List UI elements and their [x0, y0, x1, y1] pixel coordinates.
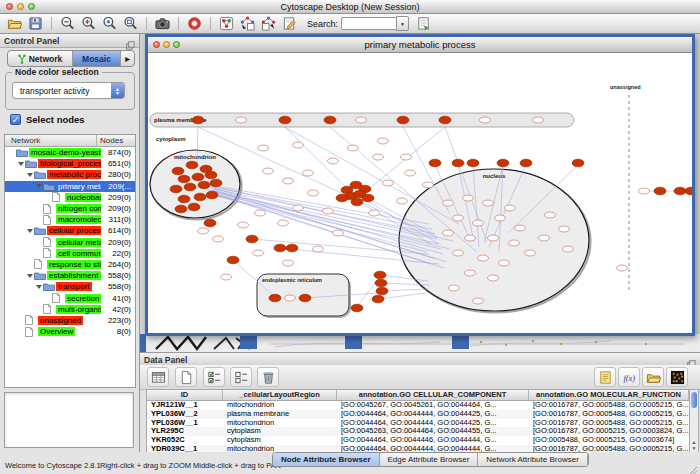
table-column-header[interactable]: annotation.GO MOLECULAR_FUNCTION: [529, 390, 689, 400]
tree-row-node-count: 614(0): [108, 226, 131, 235]
new-attribute-button[interactable]: [175, 367, 197, 387]
disclosure-triangle-icon[interactable]: [26, 173, 34, 177]
save-button[interactable]: [25, 15, 46, 33]
function-builder-button[interactable]: f(x): [618, 367, 640, 387]
tab-node-attribute-browser[interactable]: Node Attribute Browser: [273, 453, 380, 466]
tab-network-attribute-browser[interactable]: Network Attribute Browser: [478, 453, 587, 466]
tree-row[interactable]: unassigned223(0): [5, 315, 135, 326]
cytoscape-app: { "window": { "title": "Cytoscape Deskto…: [0, 0, 700, 474]
resize-grip[interactable]: [688, 462, 698, 472]
network-window-title-bar[interactable]: primary metabolic process: [148, 37, 692, 53]
float-panel-icon[interactable]: [126, 36, 135, 45]
tree-row[interactable]: Overview8(0): [5, 326, 135, 337]
table-row[interactable]: YJR121W__1mitochondrion[GO:0045267, GO:0…: [147, 401, 689, 410]
tree-row[interactable]: transport558(0): [5, 281, 135, 292]
scrollbar-arrows[interactable]: ▲▼: [690, 439, 698, 451]
toolbar-separator: [146, 17, 147, 30]
table-cell: YLR295C: [147, 427, 223, 436]
tree-row[interactable]: biological_process651(0): [5, 158, 135, 169]
network-canvas[interactable]: plasma membranecytoplasmmitochondrionnuc…: [148, 53, 692, 333]
tab-overflow-button[interactable]: ▶: [121, 51, 134, 66]
open-file-button[interactable]: [4, 15, 25, 33]
search-dropdown-button[interactable]: ▼: [396, 16, 409, 31]
help-lifesaver-icon: [187, 16, 202, 31]
import-network-icon: [240, 16, 255, 31]
tree-col-network[interactable]: Network: [11, 136, 40, 145]
network-tree-header[interactable]: Network Nodes: [5, 135, 135, 147]
tree-row[interactable]: primary metabolic process209(...: [5, 181, 135, 192]
file-icon: [25, 315, 38, 325]
table-row[interactable]: YLR295Ccytoplasm[GO:0045263, GO:0044464,…: [147, 427, 689, 436]
matrix-icon: [670, 370, 685, 385]
table-column-header[interactable]: annotation.GO CELLULAR_COMPONENT: [337, 390, 529, 400]
tree-row-node-count: 209(...: [108, 182, 131, 191]
search-config-button[interactable]: [413, 15, 434, 33]
disclosure-triangle-icon[interactable]: [35, 184, 43, 188]
tree-row[interactable]: establishment of locali558(0): [5, 270, 135, 281]
select-attributes-button[interactable]: [203, 367, 225, 387]
unselect-attributes-button[interactable]: [230, 367, 252, 387]
tree-row[interactable]: nitrogen compound met209(0): [5, 203, 135, 214]
zoom-fit-icon: [123, 16, 138, 31]
zoom-selected-button[interactable]: [99, 15, 120, 33]
tree-row[interactable]: cell communication22(0): [5, 248, 135, 259]
tree-row[interactable]: cellular process614(0): [5, 225, 135, 236]
table-column-header[interactable]: ID: [147, 390, 223, 400]
tab-mosaic[interactable]: Mosaic: [73, 51, 121, 66]
birds-eye-view[interactable]: [4, 392, 134, 448]
tree-row[interactable]: response to stimulus264(0): [5, 259, 135, 270]
tab-network-label: Network: [29, 54, 63, 64]
import-network-button[interactable]: [237, 15, 258, 33]
scrollbar-thumb[interactable]: [691, 392, 697, 408]
snapshot-camera-button[interactable]: [152, 15, 173, 33]
annotation-button[interactable]: [279, 15, 300, 33]
node-color-dropdown[interactable]: transporter activity ▲▼: [12, 82, 125, 99]
matrix-button[interactable]: [666, 367, 688, 387]
attribute-table-body: YJR121W__1mitochondrion[GO:0045267, GO:0…: [147, 401, 689, 454]
import-attributes-button[interactable]: [594, 367, 616, 387]
tree-col-divider[interactable]: [96, 135, 97, 146]
table-row[interactable]: YPL036W__1mitochondrion[GO:0044464, GO:0…: [147, 419, 689, 428]
disclosure-triangle-icon[interactable]: [35, 285, 43, 289]
attribute-table-icon: [151, 370, 166, 385]
zoom-out-icon: [60, 16, 75, 31]
tree-row[interactable]: metabolic process280(0): [5, 169, 135, 180]
folder-icon: [25, 159, 38, 168]
delete-attribute-button[interactable]: [257, 367, 279, 387]
tree-row-label: transport: [56, 282, 92, 291]
disclosure-triangle-icon[interactable]: [26, 274, 34, 278]
folder-icon: [43, 282, 56, 291]
tree-row[interactable]: nucleobase-containing209(0): [5, 192, 135, 203]
table-row[interactable]: YKR052Ccytoplasm[GO:0044464, GO:0044446,…: [147, 436, 689, 445]
table-row[interactable]: YPL036W__2plasma membrane[GO:0044464, GO…: [147, 410, 689, 419]
float-panel-icon[interactable]: [687, 355, 696, 364]
table-scrollbar[interactable]: ▲▼: [689, 389, 699, 453]
tree-row[interactable]: multi-organism proces42(0): [5, 304, 135, 315]
vizmapper-button[interactable]: [216, 15, 237, 33]
table-cell: YPL036W__1: [147, 419, 223, 428]
tab-network[interactable]: Network: [8, 51, 73, 66]
tree-row[interactable]: macromolecule metabo311(0): [5, 214, 135, 225]
select-nodes-checkbox[interactable]: ✓: [10, 114, 21, 125]
tree-row[interactable]: mosaic-demo-yeast874(0): [5, 147, 135, 158]
zoom-in-button[interactable]: [78, 15, 99, 33]
tree-row-label: mosaic-demo-yeast: [29, 148, 101, 157]
attribute-table-button[interactable]: [147, 367, 169, 387]
disclosure-triangle-icon[interactable]: [26, 229, 34, 233]
help-lifesaver-button[interactable]: [184, 15, 205, 33]
disclosure-triangle-icon[interactable]: [17, 162, 25, 166]
tab-edge-attribute-browser[interactable]: Edge Attribute Browser: [380, 453, 479, 466]
zoom-out-button[interactable]: [57, 15, 78, 33]
open-attributes-button[interactable]: [642, 367, 664, 387]
zoom-fit-button[interactable]: [120, 15, 141, 33]
toolbar-buttons: [4, 15, 300, 33]
table-column-header[interactable]: _cellularLayoutRegion: [223, 390, 337, 400]
tree-col-nodes[interactable]: Nodes: [100, 136, 123, 145]
search-input[interactable]: [341, 17, 396, 30]
export-network-button[interactable]: [258, 15, 279, 33]
tree-row[interactable]: cellular metabolic proc209(0): [5, 237, 135, 248]
table-cell: [GO:0044464, GO:0044444, GO:0044425, G..…: [337, 419, 529, 428]
tree-row-label: multi-organism proces: [56, 305, 101, 314]
tree-row-node-count: 558(0): [108, 282, 131, 291]
tree-row[interactable]: secretion41(0): [5, 292, 135, 303]
